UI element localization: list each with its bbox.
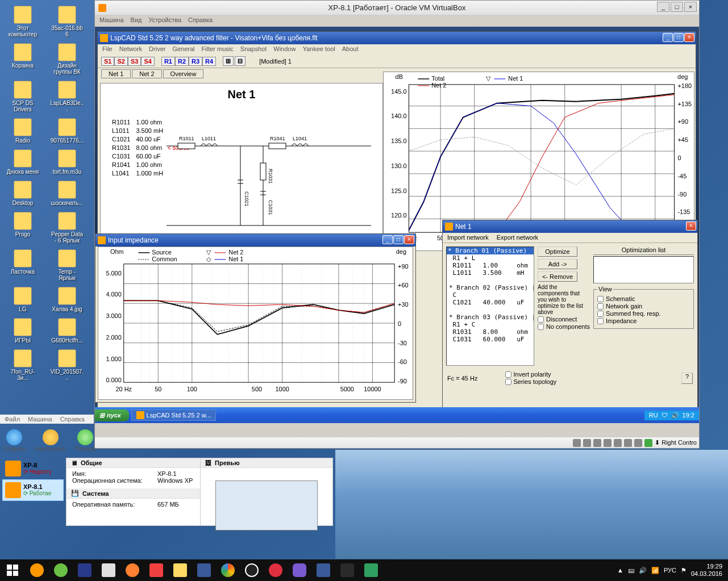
component-list[interactable]: * Branch 01 (Passive) _* R1 + L R1011 1.…: [446, 246, 534, 366]
minimize-button[interactable]: _: [382, 235, 393, 244]
taskbar-app-explorer[interactable]: [169, 561, 192, 579]
net-tab[interactable]: Overview: [163, 69, 204, 78]
taskbar-app[interactable]: [360, 561, 382, 579]
taskbar-app[interactable]: [145, 561, 168, 579]
r-button[interactable]: R3: [189, 57, 202, 66]
menu-item[interactable]: About: [342, 45, 359, 53]
desktop-icon[interactable]: Ласточка: [6, 249, 40, 281]
taskbar-app-viber[interactable]: [288, 561, 311, 579]
taskbar-app-utorrent[interactable]: [49, 561, 72, 579]
taskbar-app-aimp[interactable]: [26, 561, 48, 579]
maximize-button[interactable]: □: [393, 235, 403, 244]
view-checkbox[interactable]: [597, 303, 604, 310]
taskbar-app-notepad[interactable]: [97, 561, 120, 579]
view-checkbox[interactable]: [597, 296, 604, 302]
win8-start-button[interactable]: [0, 559, 25, 581]
menu-item[interactable]: Snapshot: [240, 45, 267, 53]
usb-icon[interactable]: [604, 439, 611, 447]
new-vm-button[interactable]: Создать: [2, 429, 26, 452]
vm-list-item[interactable]: XP-8⟳ Недосту: [2, 458, 64, 479]
desktop-icon[interactable]: 35ас-016.bb6: [50, 6, 84, 37]
network-icon[interactable]: [593, 439, 601, 447]
tray-icon[interactable]: 📶: [651, 567, 659, 574]
disk-icon[interactable]: [573, 439, 581, 447]
desktop-icon[interactable]: tort.fm.m3u: [50, 149, 84, 175]
lspcad-titlebar[interactable]: LspCAD Std 5.25 2 way advanced filter - …: [98, 32, 696, 44]
close-button[interactable]: ×: [684, 2, 697, 12]
tool-button[interactable]: ⊞: [223, 56, 234, 66]
maximize-button[interactable]: □: [673, 33, 684, 42]
close-button[interactable]: ×: [686, 221, 696, 231]
desktop-icon[interactable]: 907651776...: [50, 118, 84, 144]
taskbar-app[interactable]: [312, 561, 335, 579]
import-network-menu[interactable]: Import network: [447, 234, 489, 241]
optimization-list[interactable]: [593, 256, 694, 283]
tray-icon[interactable]: 🛡: [662, 412, 668, 419]
minimize-button[interactable]: _: [657, 2, 669, 12]
settings-button[interactable]: Настроить: [35, 429, 66, 452]
menu-item[interactable]: Filter music: [202, 45, 234, 53]
desktop-icon[interactable]: Дизайн группы ВК: [50, 43, 84, 75]
xp-start-button[interactable]: ⊞ пуск: [95, 409, 129, 421]
s-button[interactable]: S2: [114, 57, 127, 66]
close-button[interactable]: ×: [404, 235, 414, 244]
s-button[interactable]: S1: [101, 57, 114, 66]
remove-button[interactable]: <- Remove: [538, 271, 577, 282]
desktop-icon[interactable]: 7fon_RU-3и...: [6, 349, 40, 381]
desktop-icon[interactable]: G680Hclfh...: [50, 318, 84, 344]
view-checkbox[interactable]: [597, 311, 604, 317]
optimize-button[interactable]: Optimize: [538, 246, 577, 257]
menu-item[interactable]: Driver: [149, 45, 165, 53]
xp-taskbar-item[interactable]: LspCAD Std 5.25 2 w...: [131, 409, 217, 421]
help-button[interactable]: ?: [681, 373, 693, 384]
menu-item[interactable]: General: [172, 45, 194, 53]
desktop-icon[interactable]: VID_201507...: [50, 349, 84, 381]
invert-polarity-checkbox[interactable]: [505, 371, 511, 378]
minimize-button[interactable]: _: [663, 33, 673, 42]
tray-icon[interactable]: 🖴: [628, 567, 634, 574]
optical-icon[interactable]: [583, 439, 591, 447]
menu-item[interactable]: Устройства: [148, 16, 181, 26]
recording-icon[interactable]: [634, 439, 642, 447]
close-button[interactable]: ×: [684, 33, 694, 42]
r-button[interactable]: R2: [175, 57, 189, 66]
net-tab[interactable]: Net 1: [101, 69, 131, 78]
export-network-menu[interactable]: Export network: [497, 234, 538, 241]
tray-icon[interactable]: ⚑: [681, 567, 687, 574]
no-components-checkbox[interactable]: [538, 324, 544, 330]
maximize-button[interactable]: □: [671, 2, 683, 12]
series-topology-checkbox[interactable]: [505, 379, 511, 385]
desktop-icon[interactable]: Этот компьютер: [6, 6, 40, 37]
show-button[interactable]: Показа: [75, 429, 95, 452]
desktop-icon[interactable]: Temp - Ярлык: [50, 249, 84, 281]
menu-item[interactable]: Машина: [28, 416, 52, 423]
desktop-icon[interactable]: Корзина: [6, 43, 40, 75]
net1-titlebar[interactable]: Net 1 ×: [443, 220, 697, 233]
tray-icon[interactable]: 🔊: [639, 567, 647, 574]
s-button[interactable]: S4: [141, 57, 154, 66]
taskbar-app-virtualbox[interactable]: [193, 561, 215, 579]
desktop-icon[interactable]: LG: [6, 287, 40, 312]
menu-item[interactable]: Network: [119, 45, 142, 53]
display-icon[interactable]: [624, 439, 632, 447]
menu-item[interactable]: File: [102, 45, 113, 53]
desktop-icon[interactable]: ИГРЫ: [6, 318, 40, 344]
taskbar-app-opera[interactable]: [264, 561, 287, 579]
desktop-icon[interactable]: Radio: [6, 118, 40, 144]
taskbar-app-totalcmd[interactable]: [73, 561, 96, 579]
desktop-icon[interactable]: LspLAB3De...: [50, 81, 84, 112]
menu-item[interactable]: Машина: [99, 16, 124, 26]
mouse-integration-icon[interactable]: [644, 439, 652, 447]
menu-item[interactable]: Yankee tool: [302, 45, 335, 53]
r-button[interactable]: R1: [161, 57, 175, 66]
xp-lang-indicator[interactable]: RU: [649, 412, 658, 419]
menu-item[interactable]: Window: [273, 45, 296, 53]
win8-clock[interactable]: 19:2904.03.2016: [691, 563, 722, 578]
shared-folder-icon[interactable]: [614, 439, 622, 447]
taskbar-app-chrome[interactable]: [217, 561, 239, 579]
vm-list-item[interactable]: XP-8.1⟳ Работае: [2, 479, 64, 501]
desktop-icon[interactable]: Progo: [6, 212, 40, 244]
vbox-titlebar[interactable]: XP-8.1 [Работает] - Oracle VM VirtualBox…: [95, 1, 699, 15]
menu-item[interactable]: Вид: [131, 16, 142, 26]
tool-button[interactable]: ⊟: [235, 56, 246, 66]
